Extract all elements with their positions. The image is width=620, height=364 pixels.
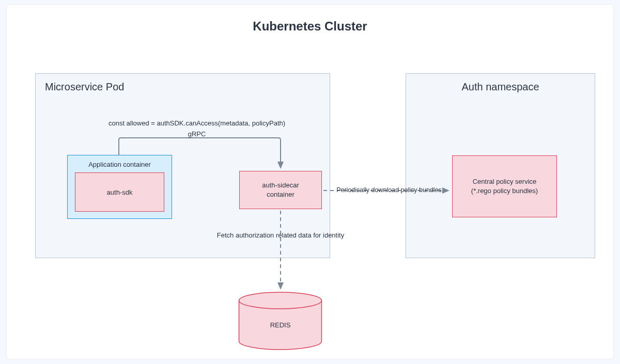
redis-cylinder: REDIS [238, 291, 323, 351]
auth-namespace-title: Auth namespace [406, 74, 595, 93]
microservice-pod-title: Microservice Pod [36, 74, 330, 93]
central-policy-service-box: Central policy service (*.rego policy bu… [452, 155, 557, 217]
auth-sdk-box: auth-sdk [75, 172, 164, 212]
auth-sidecar-label: auth-sidecar container [262, 181, 299, 199]
auth-sdk-label: auth-sdk [107, 188, 133, 196]
diagram-canvas: Kubernetes Cluster Microservice Pod Auth… [6, 4, 614, 359]
application-container-label: Application container [68, 155, 172, 168]
redis-label: REDIS [238, 321, 323, 329]
diagram-title: Kubernetes Cluster [7, 19, 613, 34]
central-policy-service-label: Central policy service (*.rego policy bu… [471, 177, 538, 196]
auth-sidecar-box: auth-sidecar container [239, 171, 322, 209]
